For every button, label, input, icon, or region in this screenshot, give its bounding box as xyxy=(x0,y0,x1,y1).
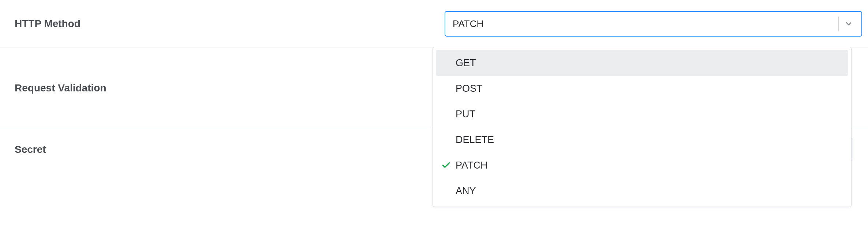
select-divider xyxy=(838,16,839,31)
option-label: DELETE xyxy=(456,134,844,146)
row-http-method: HTTP Method PATCH xyxy=(0,0,868,48)
chevron-down-icon[interactable] xyxy=(843,18,854,29)
http-method-selected-value: PATCH xyxy=(453,18,835,30)
option-label: PATCH xyxy=(456,160,844,171)
option-label: ANY xyxy=(456,185,844,197)
http-method-select[interactable]: PATCH xyxy=(445,11,862,37)
dropdown-option-get[interactable]: GET xyxy=(436,50,848,76)
check-icon xyxy=(440,159,452,171)
dropdown-option-delete[interactable]: DELETE xyxy=(436,127,848,152)
option-label: GET xyxy=(456,57,844,69)
label-secret: Secret xyxy=(15,144,445,155)
option-label: PUT xyxy=(456,109,844,120)
dropdown-option-patch[interactable]: PATCH xyxy=(436,152,848,178)
dropdown-option-post[interactable]: POST xyxy=(436,76,848,101)
control-http-method: PATCH xyxy=(445,11,862,37)
dropdown-option-any[interactable]: ANY xyxy=(436,178,848,204)
label-http-method: HTTP Method xyxy=(15,18,445,30)
option-label: POST xyxy=(456,83,844,94)
http-method-dropdown: GETPOSTPUTDELETEPATCHANY xyxy=(433,47,852,207)
dropdown-option-put[interactable]: PUT xyxy=(436,101,848,127)
label-request-validation: Request Validation xyxy=(15,82,445,94)
